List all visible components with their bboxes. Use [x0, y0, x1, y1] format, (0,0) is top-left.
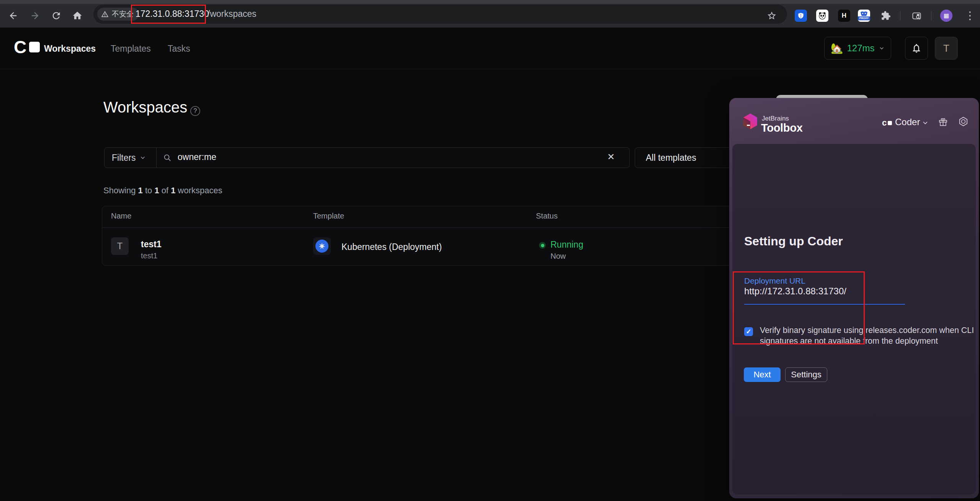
- checkbox-label-line2: signatures are not available from the de…: [760, 336, 938, 346]
- nav-item-templates[interactable]: Templates: [111, 44, 151, 54]
- proxy-extension-label: PROXY: [858, 16, 870, 20]
- gift-icon[interactable]: [938, 117, 948, 127]
- user-avatar-initial: T: [943, 42, 949, 54]
- url-host: 172.31.0.88:31730: [136, 9, 209, 19]
- extensions-button[interactable]: [880, 10, 892, 22]
- forward-arrow-icon: [29, 10, 40, 21]
- browser-profile-avatar[interactable]: ▦: [940, 10, 952, 22]
- workspace-avatar: T: [111, 237, 129, 255]
- shield-icon: [797, 12, 805, 20]
- kubernetes-icon: [315, 240, 328, 253]
- security-label: 不安全: [112, 9, 134, 19]
- results-summary: Showing 1 to 1 of 1 workspaces: [103, 186, 222, 196]
- help-glyph: ?: [194, 108, 197, 114]
- browser-tab-strip: [0, 0, 980, 4]
- toolbox-app-selector[interactable]: Coder: [895, 117, 920, 127]
- showing-from: 1: [138, 186, 143, 195]
- chevron-down-icon: [879, 45, 885, 52]
- page-title: Workspaces: [103, 99, 187, 116]
- toolbar-divider: [900, 11, 900, 20]
- kebab-menu-icon: ⋮: [965, 10, 975, 21]
- deployment-url-label: Deployment URL: [744, 276, 805, 286]
- toolbox-app-chevron-icon[interactable]: [921, 119, 929, 127]
- notifications-button[interactable]: [905, 37, 928, 60]
- template-icon-chip: [313, 237, 331, 255]
- screen: 不安全 172.31.0.88:31730 /workspaces H PROX…: [0, 0, 980, 501]
- browser-menu-button[interactable]: ⋮: [965, 9, 975, 22]
- column-header-name: Name: [111, 212, 131, 220]
- showing-to-word: to: [145, 186, 152, 195]
- profile-glyph: ▦: [944, 12, 949, 19]
- jetbrains-label: JetBrains: [762, 115, 789, 122]
- checkmark-icon: ✓: [746, 328, 751, 336]
- latency-selector[interactable]: 🏡 127ms: [824, 37, 891, 60]
- workspace-status: Running: [550, 240, 583, 250]
- clear-search-button[interactable]: ✕: [607, 152, 615, 162]
- showing-total: 1: [171, 186, 175, 195]
- setup-heading: Setting up Coder: [744, 234, 843, 248]
- side-panel-search-button[interactable]: [910, 10, 923, 22]
- toolbar-divider: [931, 11, 931, 20]
- home-icon: [72, 10, 83, 21]
- search-input[interactable]: [177, 152, 580, 163]
- showing-of-word: of: [162, 186, 168, 195]
- panda-icon: [818, 11, 827, 20]
- filters-chevron-icon[interactable]: [139, 154, 146, 161]
- bell-icon: [911, 43, 922, 54]
- coder-logo-square: [29, 42, 40, 52]
- help-icon[interactable]: ?: [190, 106, 200, 116]
- user-avatar-button[interactable]: T: [935, 37, 958, 60]
- deployment-url-input[interactable]: http://172.31.0.88:31730/: [744, 286, 846, 297]
- workspace-avatar-initial: T: [117, 241, 123, 251]
- coder-logo-letter: C: [14, 39, 26, 55]
- browser-forward-button[interactable]: [29, 10, 41, 22]
- column-header-template: Template: [313, 212, 344, 220]
- refresh-icon: [51, 10, 62, 21]
- toolbox-label: Toolbox: [761, 122, 803, 134]
- tab-search-icon: [911, 11, 922, 21]
- showing-to: 1: [154, 186, 159, 195]
- warning-triangle-icon: [101, 10, 109, 18]
- column-header-status: Status: [536, 212, 558, 220]
- jetbrains-toolbox-window: JetBrains Toolbox c Coder Setting up Cod…: [729, 98, 979, 498]
- h-extension-button[interactable]: H: [838, 10, 850, 22]
- input-underline: [744, 304, 905, 305]
- browser-back-button[interactable]: [7, 10, 20, 22]
- nav-item-workspaces[interactable]: Workspaces: [44, 44, 96, 54]
- puzzle-piece-icon: [881, 11, 891, 21]
- toolbox-content-card: [732, 144, 976, 494]
- divider: [156, 148, 157, 168]
- latency-value: 127ms: [847, 43, 874, 54]
- next-button[interactable]: Next: [744, 367, 781, 382]
- jetbrains-toolbox-logo: [741, 112, 760, 131]
- coder-logo[interactable]: C: [14, 39, 40, 55]
- nav-item-tasks[interactable]: Tasks: [168, 44, 190, 54]
- filters-dropdown-button[interactable]: Filters: [112, 153, 136, 163]
- star-icon: [767, 11, 777, 21]
- bitwarden-extension-button[interactable]: [795, 10, 807, 22]
- toolbox-coder-mini-logo: c: [882, 119, 892, 126]
- showing-prefix: Showing: [103, 186, 136, 195]
- status-dot-icon: [539, 242, 546, 249]
- settings-button[interactable]: Settings: [785, 367, 827, 382]
- workspace-status-time: Now: [550, 252, 566, 261]
- region-emoji-icon: 🏡: [831, 42, 843, 54]
- site-security-chip[interactable]: 不安全: [97, 8, 139, 21]
- panda-extension-button[interactable]: [816, 10, 828, 22]
- checkbox-label-line1: Verify binary signature using releases.c…: [760, 325, 974, 336]
- back-arrow-icon: [8, 10, 19, 21]
- h-extension-label: H: [842, 12, 846, 20]
- verify-signature-checkbox[interactable]: ✓: [744, 327, 753, 336]
- showing-suffix: workspaces: [178, 186, 222, 195]
- workspace-template-name[interactable]: Kubernetes (Deployment): [341, 242, 442, 252]
- proxy-extension-button[interactable]: PROXY: [858, 10, 870, 22]
- browser-home-button[interactable]: [71, 10, 83, 22]
- workspace-name[interactable]: test1: [141, 239, 162, 250]
- template-filter-value: All templates: [646, 153, 696, 163]
- bookmark-star-button[interactable]: [766, 10, 778, 22]
- toolbox-settings-icon[interactable]: [958, 116, 969, 127]
- url-path: /workspaces: [207, 9, 256, 19]
- workspace-subname: test1: [141, 251, 157, 260]
- browser-refresh-button[interactable]: [50, 10, 62, 22]
- search-icon: [163, 153, 172, 162]
